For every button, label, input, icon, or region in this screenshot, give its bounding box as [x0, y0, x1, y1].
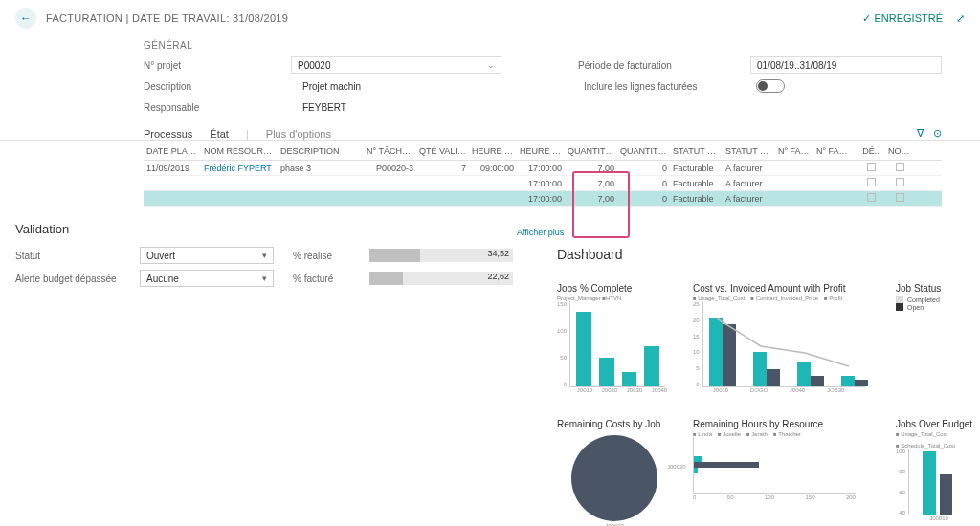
- col-desc[interactable]: DESCRIPTION: [278, 144, 364, 158]
- col-res[interactable]: NOM RESOURCE: [201, 144, 278, 158]
- saved-indicator: ✓ ENREGISTRÉ: [862, 12, 943, 25]
- toggle-inclure[interactable]: [756, 79, 785, 93]
- col-h2[interactable]: HEURE DE FIN VALIDÉE: [517, 144, 565, 158]
- chevron-down-icon: ⌄: [487, 60, 495, 70]
- field-periode[interactable]: 01/08/19..31/08/19: [750, 56, 942, 74]
- chart-cost-invoice: Cost vs. Invoiced Amount with Profit Usa…: [693, 283, 875, 393]
- chart-over-budget: Jobs Over Budget Usage_Total_CostSchedul…: [896, 419, 980, 526]
- table-row[interactable]: 11/09/2019Frédéric FYPERTphase 3P00020-3…: [144, 161, 942, 176]
- select-alerte[interactable]: Aucune▾: [140, 270, 274, 287]
- chart-job-status: Job Status Completed Open: [896, 283, 972, 393]
- filter-icon[interactable]: ∇: [917, 127, 924, 140]
- general-section: GÉNÉRAL N° projet P00020⌄ Période de fac…: [0, 36, 980, 123]
- col-nf2[interactable]: N° FACTURE ENREGIS..: [813, 144, 857, 158]
- table-row[interactable]: 17:00:007,000FacturableA facturer: [144, 176, 942, 191]
- col-st2[interactable]: STATUT FACTURA.. EN COURS: [723, 144, 775, 158]
- settings-icon[interactable]: ⊙: [933, 127, 942, 140]
- col-nf[interactable]: N° FACTURE: [775, 144, 813, 158]
- more-options[interactable]: Plus d'options: [266, 128, 331, 140]
- chevron-down-icon: ▾: [262, 274, 267, 283]
- chart-jobs-complete: Jobs % Complete Project_Manager ■HTVN 15…: [557, 283, 672, 393]
- dashboard-title: Dashboard: [557, 247, 623, 262]
- tabs-bar: Processus État | Plus d'options ∇ ⊙: [0, 123, 980, 141]
- tab-etat[interactable]: État: [210, 128, 229, 140]
- chart-remaining-cost: Remaining Costs by Job J00020: [557, 419, 672, 526]
- breadcrumb: FACTURATION | DATE DE TRAVAIL: 31/08/201…: [46, 12, 288, 24]
- chevron-down-icon: ▾: [262, 251, 267, 260]
- label-projet: N° projet: [144, 60, 291, 71]
- label-realise: % réalisé: [293, 251, 360, 261]
- field-desc: Projet machin: [297, 77, 507, 95]
- grid: DATE PLANNIN.. NOM RESOURCE DESCRIPTION …: [0, 141, 980, 207]
- col-qf[interactable]: QUANTITÉ FACTURÉE: [617, 144, 670, 158]
- label-alerte: Alerte budget dépassée: [15, 274, 130, 284]
- col-date[interactable]: DATE PLANNIN..: [144, 144, 201, 158]
- select-statut[interactable]: Ouvert▾: [140, 247, 274, 264]
- col-task[interactable]: N° TÂCHE PROJET ↑: [364, 144, 416, 158]
- field-resp: FEYBERT: [297, 99, 507, 116]
- col-de[interactable]: DÉ..: [857, 144, 885, 158]
- label-periode: Période de facturation: [578, 60, 750, 71]
- label-resp: Responsable: [144, 102, 297, 113]
- chart-remaining-hours: Remaining Hours by Resource LindaJoselle…: [693, 419, 875, 526]
- col-qaf[interactable]: QUANTITÉ À FACTURER: [565, 144, 617, 158]
- table-row[interactable]: 17:00:007,000FacturableA facturer: [144, 191, 942, 207]
- grid-header: DATE PLANNIN.. NOM RESOURCE DESCRIPTION …: [144, 144, 942, 161]
- label-statut: Statut: [15, 251, 130, 261]
- top-bar: ← FACTURATION | DATE DE TRAVAIL: 31/08/2…: [0, 0, 980, 36]
- col-h1[interactable]: HEURE DE DÉBUT VALIDÉE: [469, 144, 517, 158]
- col-st[interactable]: STATUT DE FACTURA..: [670, 144, 723, 158]
- bar-facture: 22,62: [369, 272, 513, 285]
- back-button[interactable]: ←: [15, 8, 36, 29]
- field-projet[interactable]: P00020⌄: [291, 56, 501, 74]
- bar-realise: 34,52: [369, 249, 513, 262]
- label-facture: % facturé: [293, 274, 360, 284]
- col-non[interactable]: NON FA..: [885, 144, 914, 158]
- col-qte[interactable]: QTÉ VALIDÉE: [416, 144, 469, 158]
- expand-icon[interactable]: ⤢: [956, 12, 965, 25]
- label-desc: Description: [144, 81, 297, 92]
- validation-title: Validation: [15, 222, 551, 236]
- validation-panel: Validation Statut Ouvert▾ % réalisé 34,5…: [15, 222, 551, 290]
- label-inclure: Inclure les lignes facturées: [584, 81, 756, 92]
- tab-processus[interactable]: Processus: [144, 128, 192, 140]
- section-title: GÉNÉRAL: [144, 40, 942, 51]
